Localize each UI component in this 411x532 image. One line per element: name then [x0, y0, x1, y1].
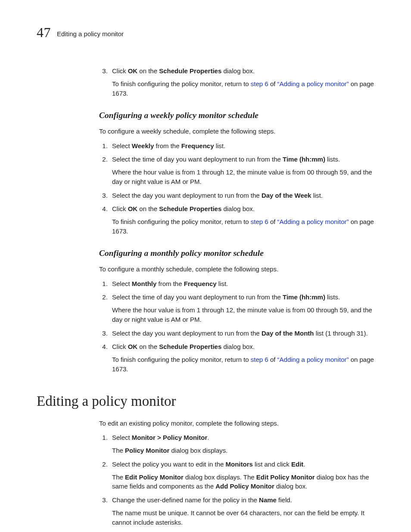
ok-label: OK	[128, 343, 138, 350]
text: To finish configuring the policy monitor…	[112, 218, 251, 225]
chapter-number: 47	[37, 22, 51, 42]
sub-para: The Edit Policy Monitor dialog box displ…	[112, 473, 374, 492]
step6-link[interactable]: step 6	[251, 356, 268, 363]
text: Select the time of day you want deployme…	[112, 293, 283, 301]
text: list.	[311, 192, 323, 199]
menu-path: Monitor > Policy Monitor	[132, 434, 207, 441]
list-item: Select the policy you want to edit in th…	[109, 460, 374, 491]
text: Select the day you want deployment to ru…	[112, 330, 262, 337]
dialog-name: Edit Policy Monitor	[125, 473, 184, 481]
text: field.	[277, 496, 292, 504]
edit-label: Edit	[291, 460, 303, 468]
list-item: Click OK on the Schedule Properties dial…	[109, 204, 374, 236]
sub-para: To finish configuring the policy monitor…	[112, 79, 374, 98]
weekly-label: Weekly	[132, 142, 154, 149]
sub-para: The Policy Monitor dialog box displays.	[112, 446, 374, 455]
chapter-title: Editing a policy monitor	[57, 29, 124, 39]
adding-policy-monitor-link[interactable]: “Adding a policy monitor”	[277, 356, 349, 363]
sub-para: The name must be unique. It cannot be ov…	[112, 508, 374, 527]
text: of	[268, 218, 277, 225]
ok-label: OK	[128, 205, 138, 212]
ok-label: OK	[128, 67, 138, 75]
adding-policy-monitor-link[interactable]: “Adding a policy monitor”	[277, 218, 349, 225]
text: Click	[112, 343, 128, 350]
list-item: Select Monthly from the Frequency list.	[109, 279, 374, 289]
list-item: Select the day you want deployment to ru…	[109, 329, 374, 338]
text: To finish configuring the policy monitor…	[112, 80, 251, 87]
editing-heading: Editing a policy monitor	[37, 391, 374, 412]
text: Select	[112, 280, 132, 287]
text: .	[207, 434, 209, 441]
weekly-steps: Select Weekly from the Frequency list. S…	[99, 141, 374, 236]
monthly-steps: Select Monthly from the Frequency list. …	[99, 279, 374, 374]
step6-link[interactable]: step 6	[251, 80, 268, 87]
text: of	[268, 356, 277, 363]
list-item: Select the time of day you want deployme…	[109, 292, 374, 324]
text: list (1 through 31).	[314, 330, 368, 337]
weekly-intro: To configure a weekly schedule, complete…	[99, 127, 374, 136]
text: dialog box.	[221, 343, 255, 350]
step6-link[interactable]: step 6	[251, 218, 268, 225]
text: The	[112, 473, 125, 481]
text: from the	[154, 142, 181, 149]
list-item: Click OK on the Schedule Properties dial…	[109, 342, 374, 373]
list-item: Select the day you want deployment to ru…	[109, 191, 374, 200]
edit-steps: Select Monitor > Policy Monitor. The Pol…	[99, 433, 374, 527]
editing-body: To edit an existing policy monitor, comp…	[99, 419, 374, 527]
frequency-label: Frequency	[181, 142, 214, 149]
time-label: Time (hh:mm)	[283, 156, 325, 163]
text: dialog box.	[221, 67, 255, 75]
text: Select	[112, 142, 132, 149]
list-item: Change the user-defined name for the pol…	[109, 495, 374, 527]
day-of-month-label: Day of the Month	[262, 330, 314, 337]
time-label: Time (hh:mm)	[283, 293, 325, 301]
text: dialog box displays. The	[184, 473, 256, 481]
text: on the	[137, 205, 159, 212]
frequency-label: Frequency	[184, 280, 217, 287]
edit-intro: To edit an existing policy monitor, comp…	[99, 419, 374, 428]
text: Select the time of day you want deployme…	[112, 156, 283, 163]
monthly-label: Monthly	[132, 280, 157, 287]
weekly-heading: Configuring a weekly policy monitor sche…	[99, 109, 374, 121]
text: on the	[137, 343, 159, 350]
text: lists.	[325, 156, 340, 163]
text: list.	[214, 142, 226, 149]
text: The	[112, 447, 125, 454]
monthly-heading: Configuring a monthly policy monitor sch…	[99, 247, 374, 259]
dialog-name: Schedule Properties	[159, 343, 221, 350]
running-header: 47 Editing a policy monitor	[37, 22, 374, 42]
page: 47 Editing a policy monitor Click OK on …	[0, 0, 411, 532]
body-content: Click OK on the Schedule Properties dial…	[99, 66, 374, 373]
text: dialog box displays.	[169, 447, 227, 454]
text: Select	[112, 434, 132, 441]
text: To finish configuring the policy monitor…	[112, 356, 251, 363]
text: list and click	[253, 460, 291, 468]
name-label: Name	[259, 496, 277, 504]
text: from the	[156, 280, 184, 287]
dialog-name: Edit Policy Monitor	[256, 473, 315, 481]
text: list.	[217, 280, 228, 287]
text: on the	[137, 67, 159, 75]
list-item: Select Monitor > Policy Monitor. The Pol…	[109, 433, 374, 455]
sub-para: To finish configuring the policy monitor…	[112, 217, 374, 236]
text: dialog box.	[274, 482, 308, 490]
list-item: Click OK on the Schedule Properties dial…	[109, 66, 374, 98]
text: .	[303, 460, 305, 468]
dialog-name: Add Policy Monitor	[215, 482, 274, 490]
dialog-name: Schedule Properties	[159, 67, 221, 75]
monthly-intro: To configure a monthly schedule, complet…	[99, 264, 374, 274]
text: Click	[112, 67, 128, 75]
dialog-name: Schedule Properties	[159, 205, 221, 212]
sub-para: Where the hour value is from 1 through 1…	[112, 305, 374, 324]
list-item: Select Weekly from the Frequency list.	[109, 141, 374, 151]
text: of	[268, 80, 277, 87]
adding-policy-monitor-link[interactable]: “Adding a policy monitor”	[277, 80, 349, 87]
text: dialog box.	[221, 205, 255, 212]
dialog-name: Policy Monitor	[125, 447, 169, 454]
day-of-week-label: Day of the Week	[262, 192, 311, 199]
monitors-label: Monitors	[226, 460, 253, 468]
text: Change the user-defined name for the pol…	[112, 496, 259, 504]
text: Select the policy you want to edit in th…	[112, 460, 226, 468]
sub-para: Where the hour value is from 1 through 1…	[112, 168, 374, 187]
text: Click	[112, 205, 128, 212]
